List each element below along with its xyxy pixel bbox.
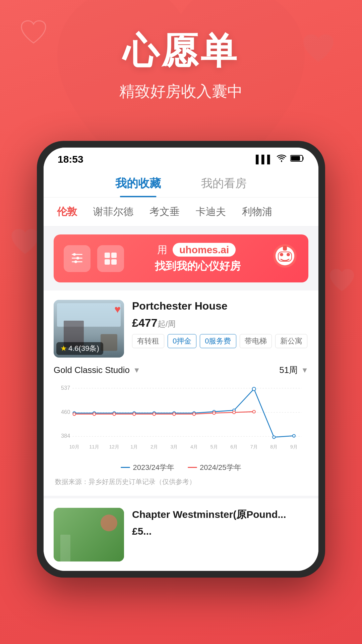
svg-text:10月: 10月 [69, 444, 79, 449]
tag-zero-deposit: 0押金 [168, 334, 196, 348]
svg-text:5月: 5月 [210, 444, 218, 449]
signal-icon: ▌▌▌ [256, 155, 273, 164]
property-top-section: ♥ ★ 4.6(39条) Portchester House £477起/周 有… [54, 300, 308, 358]
wifi-icon [277, 155, 286, 164]
svg-rect-11 [111, 259, 117, 265]
svg-point-6 [76, 257, 79, 259]
phone-mockup: 18:53 ▌▌▌ [37, 141, 325, 578]
svg-point-50 [113, 413, 116, 415]
banner-text: 用 uhomes.ai 找到我的心仪好房 [131, 243, 265, 274]
tag-sublet: 有转租 [132, 334, 164, 348]
page-subtitle: 精致好房收入囊中 [0, 81, 362, 102]
svg-point-52 [153, 413, 156, 415]
tag-new-apt: 新公寓 [275, 334, 307, 348]
phone-outer: 18:53 ▌▌▌ [37, 141, 325, 578]
svg-text:12月: 12月 [109, 444, 119, 449]
svg-point-57 [253, 410, 255, 413]
svg-point-53 [173, 413, 175, 415]
svg-rect-1 [291, 156, 300, 161]
room-dropdown-arrow: ▼ [133, 366, 140, 375]
favorite-heart-icon[interactable]: ♥ [114, 303, 121, 316]
legend-item-2024: 2024/25学年 [188, 463, 241, 473]
phone-screen: 18:53 ▌▌▌ [44, 148, 318, 571]
city-filter-row: 伦敦 谢菲尔德 考文垂 卡迪夫 利物浦 [44, 198, 318, 226]
city-london[interactable]: 伦敦 [57, 205, 77, 219]
svg-point-51 [133, 413, 135, 415]
legend-label-2024: 2024/25学年 [200, 463, 241, 473]
week-label: 51周 [279, 364, 298, 376]
svg-text:11月: 11月 [89, 444, 99, 449]
banner-filter-icon [64, 245, 90, 272]
svg-text:6月: 6月 [230, 444, 238, 449]
property-info-2: Chapter Westminster(原Pound... £5... [132, 508, 308, 561]
city-sheffield[interactable]: 谢菲尔德 [93, 205, 133, 219]
legend-item-2023: 2023/24学年 [121, 463, 174, 473]
city-liverpool[interactable]: 利物浦 [242, 205, 272, 219]
property-rating: ★ 4.6(39条) [56, 342, 103, 355]
status-bar: 18:53 ▌▌▌ [44, 148, 318, 168]
banner-robot-icon [272, 243, 298, 274]
svg-rect-17 [283, 246, 287, 251]
banner-grid-icon [97, 245, 124, 272]
svg-text:3月: 3月 [170, 444, 178, 449]
svg-point-48 [73, 413, 76, 415]
price-chart: 537 460 384 10月 11月 12月 1月 2月 3月 4月 5月 [54, 381, 308, 459]
week-dropdown-arrow: ▼ [301, 366, 308, 375]
week-selector[interactable]: 51周 ▼ [279, 364, 308, 376]
svg-point-15 [287, 253, 290, 256]
tag-zero-fee: 0服务费 [200, 334, 236, 348]
property-price-1: £477起/周 [132, 316, 308, 329]
tag-elevator: 带电梯 [240, 334, 272, 348]
banner-domain: uhomes.ai [173, 243, 236, 257]
banner-prefix: 用 [157, 244, 167, 255]
banner-slogan: 找到我的心仪好房 [131, 259, 265, 274]
heart-decoration-right [328, 268, 355, 294]
battery-icon [290, 155, 304, 164]
tab-my-viewings[interactable]: 我的看房 [201, 176, 247, 197]
svg-point-49 [93, 413, 96, 415]
room-type-selector[interactable]: Gold Classic Studio ▼ [54, 365, 140, 375]
property-card-2[interactable]: Chapter Westminster(原Pound... £5... [44, 498, 318, 571]
legend-label-2023: 2023/24学年 [133, 463, 174, 473]
price-chart-section: Gold Classic Studio ▼ 51周 ▼ [54, 364, 308, 486]
svg-point-54 [193, 413, 195, 415]
legend-dot-red [188, 467, 197, 468]
property-name-1: Portchester House [132, 300, 308, 312]
main-tabs: 我的收藏 我的看房 [44, 168, 318, 198]
svg-text:2月: 2月 [150, 444, 158, 449]
page-title: 心愿单 [0, 27, 362, 76]
chart-legend: 2023/24学年 2024/25学年 [54, 463, 308, 473]
property-price-2: £5... [132, 526, 308, 537]
property-info-1: Portchester House £477起/周 有转租 0押金 0服务费 带… [132, 300, 308, 358]
star-icon: ★ [60, 344, 67, 353]
svg-text:8月: 8月 [270, 444, 278, 449]
svg-rect-8 [105, 253, 110, 258]
svg-text:4月: 4月 [190, 444, 198, 449]
svg-point-14 [280, 253, 283, 256]
svg-text:7月: 7月 [250, 444, 258, 449]
svg-point-55 [213, 412, 215, 414]
property-image-1: ♥ ★ 4.6(39条) [54, 300, 124, 358]
status-time: 18:53 [58, 154, 83, 165]
tab-my-collection[interactable]: 我的收藏 [115, 176, 161, 197]
svg-rect-9 [111, 253, 117, 258]
svg-text:9月: 9月 [290, 444, 298, 449]
chart-footnote: 数据来源：异乡好居历史订单记录（仅供参考） [54, 477, 308, 486]
svg-point-46 [273, 436, 275, 438]
svg-point-56 [233, 411, 235, 414]
status-icons: ▌▌▌ [256, 155, 304, 164]
property-image-2 [54, 508, 124, 561]
legend-dot-blue [121, 467, 130, 468]
svg-point-5 [73, 253, 76, 256]
heart-decoration-left [10, 228, 40, 258]
svg-text:460: 460 [61, 409, 70, 415]
property-card-1[interactable]: ♥ ★ 4.6(39条) Portchester House £477起/周 有… [44, 290, 318, 496]
property-tags-1: 有转租 0押金 0服务费 带电梯 新公寓 [132, 334, 308, 348]
ai-banner[interactable]: 用 uhomes.ai 找到我的心仪好房 [54, 234, 308, 282]
city-coventry[interactable]: 考文垂 [149, 205, 180, 219]
city-cardiff[interactable]: 卡迪夫 [196, 205, 226, 219]
svg-point-7 [74, 260, 77, 263]
header-section: 心愿单 精致好房收入囊中 [0, 27, 362, 102]
chart-header: Gold Classic Studio ▼ 51周 ▼ [54, 364, 308, 376]
svg-text:1月: 1月 [130, 444, 138, 449]
